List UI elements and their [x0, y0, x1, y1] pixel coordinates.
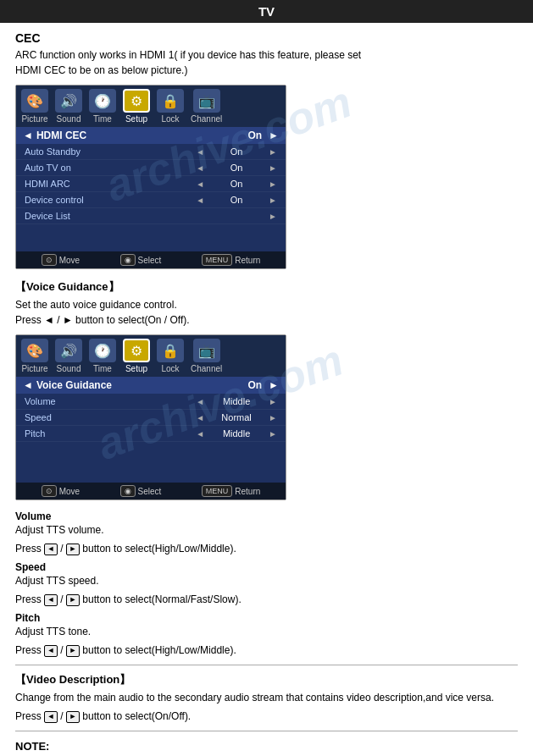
page-title-bar: TV — [0, 0, 533, 23]
menu2-header-label: Voice Guidance — [33, 379, 248, 391]
menu1-row-hdmiarc: HDMI ARC ◄ On ► — [16, 176, 286, 192]
time-icon: 🕐 — [89, 89, 116, 113]
time-icon2: 🕐 — [89, 339, 116, 362]
menu1-icon-channel: 📺 Channel — [191, 89, 222, 124]
menu2-row-pitch: Pitch ◄ Middle ► — [16, 426, 286, 442]
speed-sub: Speed Adjust TTS speed. Press ◄ / ► butt… — [15, 561, 518, 607]
menu2-icon-picture: 🎨 Picture — [21, 339, 48, 373]
pitch-press: Press ◄ / ► button to select(High/Low/Mi… — [15, 643, 518, 658]
menu1-footer: ⊙ Move ◉ Select MENU Return — [16, 251, 286, 268]
menu1-icon-setup: ⚙ Setup — [123, 89, 150, 124]
lock-icon: 🔒 — [157, 89, 184, 113]
menu2-icons-row: 🎨 Picture 🔊 Sound 🕐 Time ⚙ Setup — [16, 335, 286, 377]
sound-icon: 🔊 — [55, 89, 82, 113]
menu1-icons-row: 🎨 Picture 🔊 Sound 🕐 Time ⚙ Setup — [16, 86, 286, 127]
volume-sub: Volume Adjust TTS volume. Press ◄ / ► bu… — [15, 510, 518, 556]
menu2-content: ◄ Voice Guidance On ► Volume ◄ Middle ► … — [16, 377, 286, 483]
footer2-select: ◉ Select — [120, 485, 162, 497]
divider1 — [15, 665, 518, 665]
video-description-section: 【Video Description】 Change from the main… — [15, 672, 518, 724]
volume-desc: Adjust TTS volume. — [15, 522, 518, 538]
speed-desc: Adjust TTS speed. — [15, 573, 518, 588]
menu2-row-speed: Speed ◄ Normal ► — [16, 410, 286, 426]
footer-move: ⊙ Move — [42, 254, 80, 266]
volume-press: Press ◄ / ► button to select(High/Low/Mi… — [15, 541, 518, 556]
lock-icon2: 🔒 — [157, 339, 184, 362]
menu1-icon-time: 🕐 Time — [89, 89, 116, 124]
menu1-header-value: On — [247, 130, 262, 141]
volume-label: Volume — [15, 510, 518, 522]
menu2-icon-time: 🕐 Time — [89, 339, 116, 373]
footer-return: MENU Return — [202, 254, 261, 266]
menu2-icon-setup: ⚙ Setup — [123, 339, 150, 373]
footer2-select-label: Select — [138, 487, 162, 496]
cec-desc-line2: HDMI CEC to be on as below picture.) — [15, 64, 187, 76]
note-label: NOTE: — [15, 738, 518, 756]
footer2-move: ⊙ Move — [42, 485, 80, 497]
page-title: TV — [258, 4, 275, 19]
menu2-icon-channel: 📺 Channel — [191, 339, 222, 373]
menu1-header: ◄ HDMI CEC On ► — [16, 127, 286, 144]
menu1-icon-lock: 🔒 Lock — [157, 89, 184, 124]
picture-icon: 🎨 — [21, 89, 48, 113]
cec-heading: CEC — [15, 31, 518, 45]
menu2-icon-sound: 🔊 Sound — [55, 339, 82, 373]
footer-select-label: Select — [138, 256, 162, 265]
menu1-icon-picture: 🎨 Picture — [21, 89, 48, 124]
footer2-return: MENU Return — [202, 485, 261, 497]
picture-icon2: 🎨 — [21, 339, 48, 362]
voice-menu-wrapper: 🎨 Picture 🔊 Sound 🕐 Time ⚙ Setup — [15, 334, 286, 500]
pitch-desc: Adjust TTS tone. — [15, 624, 518, 639]
footer-select: ◉ Select — [120, 254, 162, 266]
voice-guidance-heading: 【Voice Guidance】 — [15, 279, 518, 295]
video-desc-press: Press ◄ / ► button to select(On/Off). — [15, 709, 518, 724]
cec-desc-line1: ARC function only works in HDMI 1( if yo… — [15, 49, 361, 61]
footer2-return-label: Return — [235, 487, 260, 496]
pitch-sub: Pitch Adjust TTS tone. Press ◄ / ► butto… — [15, 612, 518, 658]
note-section: NOTE: Balance: This item can balance the… — [15, 738, 518, 756]
menu2-header: ◄ Voice Guidance On ► — [16, 377, 286, 394]
menu1-content: ◄ HDMI CEC On ► Auto Standby ◄ On ► Auto… — [16, 127, 286, 251]
voice-guidance-desc1: Set the auto voice guidance control. — [15, 299, 177, 311]
menu2-header-value: On — [247, 379, 262, 391]
speed-label: Speed — [15, 561, 518, 573]
pitch-label: Pitch — [15, 612, 518, 624]
menu1-icon-sound: 🔊 Sound — [55, 89, 82, 124]
menu1-row-devicelist: Device List ► — [16, 208, 286, 224]
channel-icon: 📺 — [193, 89, 220, 113]
speed-press: Press ◄ / ► button to select(Normal/Fast… — [15, 592, 518, 607]
sound-icon2: 🔊 — [55, 339, 82, 362]
menu1-row-devicecontrol: Device control ◄ On ► — [16, 192, 286, 208]
footer-return-label: Return — [235, 256, 260, 265]
menu1-row-autostandby: Auto Standby ◄ On ► — [16, 144, 286, 160]
menu2-icon-lock: 🔒 Lock — [157, 339, 184, 373]
voice-menu-box: 🎨 Picture 🔊 Sound 🕐 Time ⚙ Setup — [15, 334, 286, 500]
video-desc-heading: 【Video Description】 — [15, 672, 518, 687]
setup-icon: ⚙ — [123, 89, 150, 113]
footer-move-label: Move — [59, 256, 80, 265]
footer2-move-label: Move — [59, 487, 80, 496]
cec-menu-wrapper: 🎨 Picture 🔊 Sound 🕐 Time ⚙ Setup — [15, 85, 286, 269]
voice-guidance-desc2: Press ◄ / ► button to select(On / Off). — [15, 314, 190, 326]
voice-guidance-section: 【Voice Guidance】 Set the auto voice guid… — [15, 279, 518, 500]
channel-icon2: 📺 — [193, 339, 220, 362]
menu2-row-volume: Volume ◄ Middle ► — [16, 394, 286, 410]
menu2-footer: ⊙ Move ◉ Select MENU Return — [16, 483, 286, 499]
video-desc-text: Change from the main audio to the second… — [15, 690, 518, 705]
setup-icon2: ⚙ — [123, 339, 150, 362]
divider2 — [15, 731, 518, 731]
cec-menu-box: 🎨 Picture 🔊 Sound 🕐 Time ⚙ Setup — [15, 85, 286, 269]
menu1-row-autotv: Auto TV on ◄ On ► — [16, 160, 286, 176]
menu1-header-label: HDMI CEC — [33, 130, 248, 141]
cec-section: CEC ARC function only works in HDMI 1( i… — [15, 31, 518, 269]
